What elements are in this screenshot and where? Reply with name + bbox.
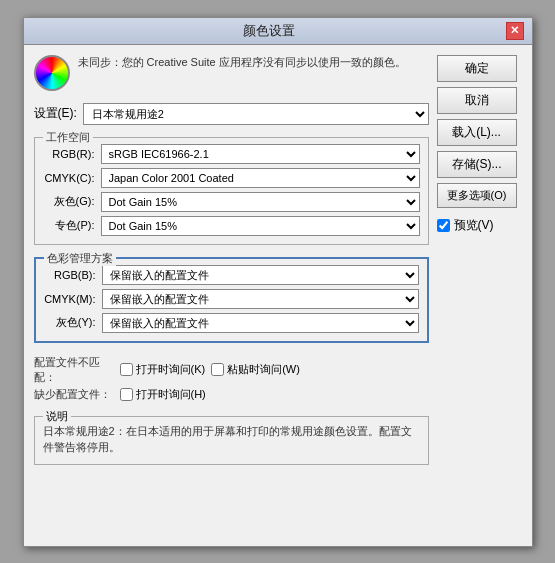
workspace-cmyk-label: CMYK(C):: [43, 172, 101, 184]
workspace-spot-label: 专色(P):: [43, 218, 101, 233]
colormgmt-cmyk-select[interactable]: 保留嵌入的配置文件: [102, 289, 419, 309]
workspace-gray-row: 灰色(G): Dot Gain 15%: [43, 192, 420, 212]
settings-label: 设置(E):: [34, 105, 77, 122]
preview-row: 预览(V): [437, 217, 522, 234]
workspace-spot-select[interactable]: Dot Gain 15%: [101, 216, 420, 236]
mismatch-section: 配置文件不匹配： 打开时询问(K) 粘贴时询问(W) 缺少配置文件： 打开时询问…: [34, 355, 429, 404]
description-group: 说明 日本常规用途2：在日本适用的用于屏幕和打印的常规用途颜色设置。配置文件警告…: [34, 416, 429, 465]
preview-checkbox[interactable]: [437, 219, 450, 232]
right-panel: 确定 取消 载入(L)... 存储(S)... 更多选项(O) 预览(V): [437, 55, 522, 536]
mismatch-open-checkbox-group: 打开时询问(K): [120, 362, 206, 377]
color-wheel-icon: [34, 55, 70, 91]
workspace-rgb-select[interactable]: sRGB IEC61966-2.1: [101, 144, 420, 164]
color-management-title: 色彩管理方案: [44, 251, 116, 266]
workspace-group: 工作空间 RGB(R): sRGB IEC61966-2.1 CMYK(C): …: [34, 137, 429, 245]
ok-button[interactable]: 确定: [437, 55, 517, 82]
colormgmt-rgb-row: RGB(B): 保留嵌入的配置文件: [44, 265, 419, 285]
workspace-cmyk-row: CMYK(C): Japan Color 2001 Coated: [43, 168, 420, 188]
colormgmt-gray-row: 灰色(Y): 保留嵌入的配置文件: [44, 313, 419, 333]
color-management-group: 色彩管理方案 RGB(B): 保留嵌入的配置文件 CMYK(M): 保留嵌入的配…: [34, 257, 429, 343]
missing-open-checkbox[interactable]: [120, 388, 133, 401]
mismatch-open-label: 打开时询问(K): [136, 362, 206, 377]
settings-select[interactable]: 日本常规用途2: [83, 103, 429, 125]
left-panel: 未同步：您的 Creative Suite 应用程序没有同步以使用一致的颜色。 …: [34, 55, 429, 536]
missing-label: 缺少配置文件：: [34, 387, 114, 402]
mismatch-row2: 缺少配置文件： 打开时询问(H): [34, 387, 429, 402]
workspace-rgb-row: RGB(R): sRGB IEC61966-2.1: [43, 144, 420, 164]
workspace-gray-select[interactable]: Dot Gain 15%: [101, 192, 420, 212]
workspace-rgb-label: RGB(R):: [43, 148, 101, 160]
preview-label: 预览(V): [454, 217, 494, 234]
cancel-button[interactable]: 取消: [437, 87, 517, 114]
missing-open-label: 打开时询问(H): [136, 387, 206, 402]
workspace-gray-label: 灰色(G):: [43, 194, 101, 209]
sync-warning-text: 未同步：您的 Creative Suite 应用程序没有同步以使用一致的颜色。: [78, 55, 406, 70]
color-settings-dialog: 颜色设置 ✕ 未同步：您的 Creative Suite 应用程序没有同步以使用…: [23, 17, 533, 547]
mismatch-row1: 配置文件不匹配： 打开时询问(K) 粘贴时询问(W): [34, 355, 429, 385]
workspace-group-title: 工作空间: [43, 130, 93, 145]
mismatch-open-checkbox[interactable]: [120, 363, 133, 376]
workspace-cmyk-select[interactable]: Japan Color 2001 Coated: [101, 168, 420, 188]
mismatch-paste-checkbox[interactable]: [211, 363, 224, 376]
load-button[interactable]: 载入(L)...: [437, 119, 517, 146]
settings-row: 设置(E): 日本常规用途2: [34, 103, 429, 125]
colormgmt-rgb-label: RGB(B):: [44, 269, 102, 281]
more-options-button[interactable]: 更多选项(O): [437, 183, 517, 208]
title-bar: 颜色设置 ✕: [24, 18, 532, 45]
info-section: 未同步：您的 Creative Suite 应用程序没有同步以使用一致的颜色。: [34, 55, 429, 91]
colormgmt-gray-label: 灰色(Y):: [44, 315, 102, 330]
description-title: 说明: [43, 409, 71, 424]
colormgmt-cmyk-label: CMYK(M):: [44, 293, 102, 305]
mismatch-label1: 配置文件不匹配：: [34, 355, 114, 385]
dialog-body: 未同步：您的 Creative Suite 应用程序没有同步以使用一致的颜色。 …: [24, 45, 532, 546]
description-text: 日本常规用途2：在日本适用的用于屏幕和打印的常规用途颜色设置。配置文件警告将停用…: [43, 423, 420, 456]
close-button[interactable]: ✕: [506, 22, 524, 40]
colormgmt-cmyk-row: CMYK(M): 保留嵌入的配置文件: [44, 289, 419, 309]
workspace-spot-row: 专色(P): Dot Gain 15%: [43, 216, 420, 236]
colormgmt-gray-select[interactable]: 保留嵌入的配置文件: [102, 313, 419, 333]
colormgmt-rgb-select[interactable]: 保留嵌入的配置文件: [102, 265, 419, 285]
mismatch-paste-checkbox-group: 粘贴时询问(W): [211, 362, 300, 377]
mismatch-paste-label: 粘贴时询问(W): [227, 362, 300, 377]
missing-open-checkbox-group: 打开时询问(H): [120, 387, 206, 402]
save-button[interactable]: 存储(S)...: [437, 151, 517, 178]
dialog-title: 颜色设置: [32, 22, 506, 40]
